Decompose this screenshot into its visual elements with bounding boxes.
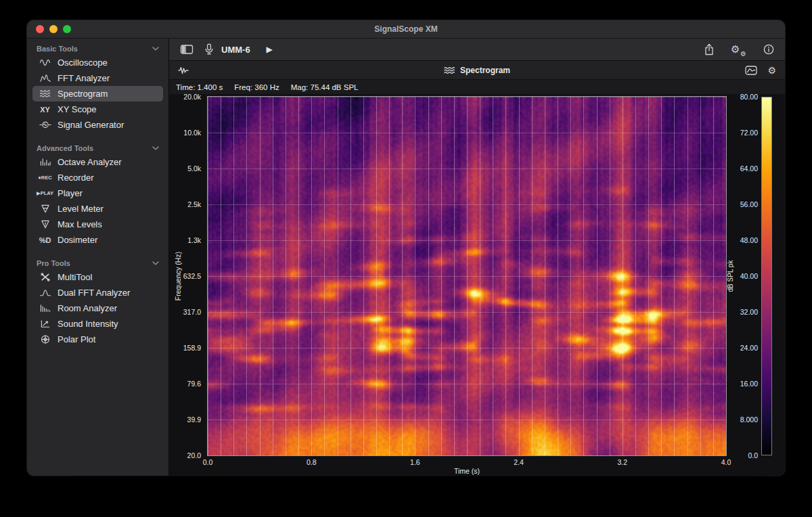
cursor-mag-readout: Mag: 75.44 dB SPL xyxy=(291,83,359,91)
section-header-advanced-tools[interactable]: Advanced Tools xyxy=(32,142,163,154)
dosimeter-icon: %D xyxy=(36,236,54,244)
sidebar-item-multitool[interactable]: MultiTool xyxy=(32,269,163,285)
y-tick-label: 79.6 xyxy=(170,380,201,388)
sidebar-item-spectrogram[interactable]: Spectrogram xyxy=(32,86,163,102)
room-analyzer-icon xyxy=(36,303,54,313)
chart-box-icon xyxy=(745,66,757,75)
sidebar-item-label: Oscilloscope xyxy=(58,58,108,68)
view-title: Spectrogram xyxy=(460,66,510,75)
x-axis-ticks: 0.00.81.62.43.24.0 xyxy=(208,458,726,466)
input-device-selector[interactable]: UMM-6 xyxy=(204,43,250,55)
chevron-down-icon[interactable] xyxy=(152,146,159,150)
device-label: UMM-6 xyxy=(221,45,250,55)
chevron-down-icon[interactable] xyxy=(152,47,159,51)
section-header-basic-tools[interactable]: Basic Tools xyxy=(32,43,163,55)
y-tick-label: 2.5k xyxy=(170,200,201,208)
dual-fft-icon xyxy=(36,288,54,298)
sidebar-item-dosimeter[interactable]: %D Dosimeter xyxy=(32,232,163,248)
sidebar-item-label: FFT Analyzer xyxy=(58,73,110,83)
sidebar-item-polar-plot[interactable]: Polar Plot xyxy=(32,332,163,347)
share-button[interactable] xyxy=(704,43,715,55)
x-tick-label: 3.2 xyxy=(609,458,636,466)
sidebar-item-label: Max Levels xyxy=(58,219,102,229)
traffic-lights xyxy=(36,20,71,38)
sidebar-item-label: Level Meter xyxy=(58,204,104,214)
oscilloscope-icon xyxy=(36,58,54,68)
close-button[interactable] xyxy=(36,25,44,33)
sidebar-item-label: Room Analyzer xyxy=(58,303,117,313)
share-icon xyxy=(704,43,715,55)
sidebar-item-fft-analyzer[interactable]: FFT Analyzer xyxy=(32,70,163,86)
sidebar-item-max-levels[interactable]: Max Levels xyxy=(32,217,163,232)
y-tick-label: 158.9 xyxy=(170,344,201,352)
spectrogram-icon xyxy=(36,89,54,99)
colorbar-tick-label: 72.00 xyxy=(735,129,758,137)
player-icon: ▶PLAY xyxy=(36,190,54,196)
chevron-down-icon[interactable] xyxy=(152,261,159,265)
gear-icon: ⚙ xyxy=(731,43,740,55)
section-header-pro-tools[interactable]: Pro Tools xyxy=(32,257,163,269)
sidebar-item-label: Polar Plot xyxy=(58,334,95,344)
view-header: Spectrogram ⚙ xyxy=(169,61,785,80)
sidebar-item-label: Dual FFT Analyzer xyxy=(58,288,130,298)
level-meter-icon xyxy=(36,204,54,214)
colorbar-tick-label: 40.00 xyxy=(735,272,758,280)
window-title: SignalScope XM xyxy=(374,24,437,34)
microphone-icon xyxy=(204,43,214,55)
colorbar-tick-label: 0.0 xyxy=(735,451,758,459)
section-title: Pro Tools xyxy=(37,259,70,267)
colorbar-tick-label: 48.00 xyxy=(735,236,758,244)
sidebar-item-label: XY Scope xyxy=(58,104,97,114)
zoom-button[interactable] xyxy=(63,25,71,33)
info-icon xyxy=(763,44,774,55)
y-tick-label: 5.0k xyxy=(170,164,201,173)
sidebar-toggle-button[interactable] xyxy=(180,44,194,55)
spectrogram-icon xyxy=(444,66,455,74)
info-button[interactable] xyxy=(763,44,774,55)
sidebar-item-label: Octave Analyzer xyxy=(58,157,122,167)
y-tick-label: 1.3k xyxy=(170,236,201,244)
sidebar-item-octave-analyzer[interactable]: Octave Analyzer xyxy=(32,154,163,170)
sidebar-item-recorder[interactable]: ●REC Recorder xyxy=(32,170,163,185)
y-tick-label: 632.5 xyxy=(170,272,201,280)
sidebar-item-signal-generator[interactable]: Signal Generator xyxy=(32,117,163,133)
waveform-view-button[interactable] xyxy=(178,66,189,75)
x-tick-label: 0.8 xyxy=(298,458,325,466)
sidebar-item-label: Signal Generator xyxy=(58,120,124,130)
colorbar-ticks: 80.0072.0064.0056.0048.0040.0032.0024.00… xyxy=(736,97,759,455)
sidebar-item-room-analyzer[interactable]: Room Analyzer xyxy=(32,300,163,316)
play-button[interactable]: ▶ xyxy=(267,45,273,54)
sidebar-item-xy-scope[interactable]: XY XY Scope xyxy=(32,102,163,117)
xy-scope-icon: XY xyxy=(36,106,54,114)
view-title-group: Spectrogram xyxy=(444,66,510,75)
main-toolbar: UMM-6 ▶ ⚙ ⚙ xyxy=(169,39,785,61)
sidebar-item-dual-fft-analyzer[interactable]: Dual FFT Analyzer xyxy=(32,285,163,300)
multitool-icon xyxy=(36,272,54,282)
status-bar: Time: 1.400 s Freq: 360 Hz Mag: 75.44 dB… xyxy=(169,80,785,94)
x-tick-label: 2.4 xyxy=(505,458,533,466)
app-window: SignalScope XM Basic Tools Oscilloscope … xyxy=(27,20,785,476)
content-area: UMM-6 ▶ ⚙ ⚙ xyxy=(169,39,785,476)
spectrogram-canvas[interactable] xyxy=(208,97,726,455)
sidebar-item-oscilloscope[interactable]: Oscilloscope xyxy=(32,55,163,70)
colorbar-tick-label: 16.00 xyxy=(735,380,758,388)
sidebar-item-label: Player xyxy=(58,188,83,198)
polar-plot-icon xyxy=(36,334,54,344)
x-tick-label: 1.6 xyxy=(401,458,428,466)
signal-generator-icon xyxy=(36,120,54,130)
plot-settings-button[interactable]: ⚙ xyxy=(767,65,776,76)
colorbar-tick-label: 32.00 xyxy=(735,308,758,316)
sidebar-item-sound-intensity[interactable]: Sound Intensity xyxy=(32,316,163,332)
chart-display-button[interactable] xyxy=(745,66,757,75)
fft-analyzer-icon xyxy=(36,73,54,83)
y-tick-label: 10.0k xyxy=(170,129,201,137)
sidebar-item-label: Spectrogram xyxy=(58,89,108,99)
sidebar-item-player[interactable]: ▶PLAY Player xyxy=(32,185,163,201)
sidebar-item-level-meter[interactable]: Level Meter xyxy=(32,201,163,217)
colorbar-tick-label: 80.00 xyxy=(735,93,758,101)
settings-button[interactable]: ⚙ ⚙ xyxy=(731,43,747,56)
minimize-button[interactable] xyxy=(49,25,58,33)
sound-intensity-icon xyxy=(36,319,54,329)
colorbar-tick-label: 56.00 xyxy=(735,200,758,208)
sidebar-item-label: Recorder xyxy=(58,173,93,183)
